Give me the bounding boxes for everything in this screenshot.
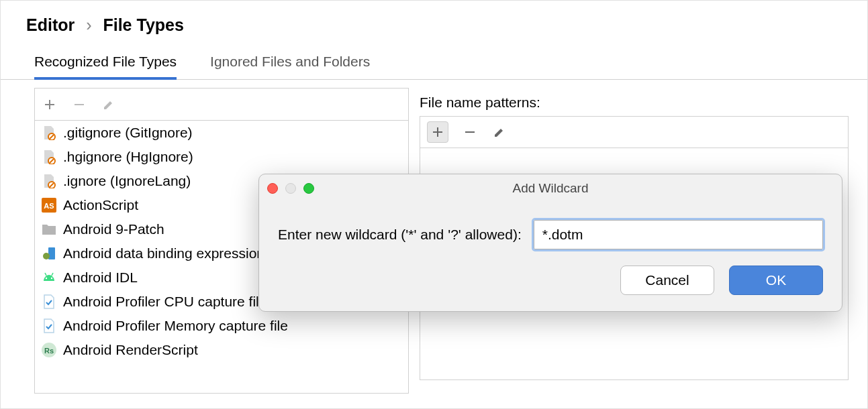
list-item[interactable]: .gitignore (GitIgnore) xyxy=(35,121,408,145)
add-pattern-button[interactable] xyxy=(427,121,448,143)
android-icon xyxy=(42,270,56,285)
file-type-label: Android RenderScript xyxy=(63,342,198,358)
file-type-label: Android data binding expression xyxy=(63,245,264,261)
patterns-toolbar xyxy=(420,116,849,148)
file-type-label: Android Profiler CPU capture file xyxy=(63,294,267,310)
renderscript-icon: Rs xyxy=(42,343,56,357)
window-controls xyxy=(267,183,314,194)
svg-point-10 xyxy=(43,253,50,259)
wildcard-input[interactable] xyxy=(534,220,823,249)
wildcard-prompt: Enter new wildcard ('*' and '?' allowed)… xyxy=(278,227,522,243)
cancel-button[interactable]: Cancel xyxy=(620,266,714,295)
list-item[interactable]: Rs Android RenderScript xyxy=(35,338,408,362)
file-type-label: Android IDL xyxy=(63,270,138,286)
breadcrumb: Editor › File Types xyxy=(1,1,867,47)
remove-pattern-button[interactable] xyxy=(462,124,478,140)
minus-icon xyxy=(73,99,85,111)
tab-ignored-files-folders[interactable]: Ignored Files and Folders xyxy=(210,47,370,79)
file-types-toolbar xyxy=(34,88,409,120)
add-wildcard-dialog: Add Wildcard Enter new wildcard ('*' and… xyxy=(258,174,842,312)
file-type-label: Android Profiler Memory capture file xyxy=(63,318,288,334)
minus-icon xyxy=(464,126,476,138)
edit-file-type-button[interactable] xyxy=(101,97,117,113)
file-ignore-icon xyxy=(42,174,56,188)
list-item[interactable]: Android Profiler Memory capture file xyxy=(35,314,408,338)
ok-button[interactable]: OK xyxy=(729,266,823,295)
close-window-button[interactable] xyxy=(267,183,278,194)
svg-line-13 xyxy=(45,273,46,276)
chevron-right-icon: › xyxy=(86,15,91,34)
file-ignore-icon xyxy=(42,150,56,164)
plus-icon xyxy=(432,126,444,138)
file-type-label: Android 9-Patch xyxy=(63,221,164,237)
folder-icon xyxy=(42,222,56,237)
svg-rect-9 xyxy=(48,247,55,259)
breadcrumb-parent[interactable]: Editor xyxy=(26,15,75,34)
svg-text:AS: AS xyxy=(44,202,54,210)
edit-pattern-button[interactable] xyxy=(491,124,508,140)
zoom-window-button[interactable] xyxy=(303,183,314,194)
add-file-type-button[interactable] xyxy=(42,97,58,113)
dialog-titlebar[interactable]: Add Wildcard xyxy=(259,174,842,202)
svg-text:Rs: Rs xyxy=(44,347,54,355)
list-item[interactable]: .hgignore (HgIgnore) xyxy=(35,145,408,169)
plus-icon xyxy=(44,99,56,111)
dialog-title: Add Wildcard xyxy=(259,181,842,196)
file-type-label: .hgignore (HgIgnore) xyxy=(63,149,193,165)
pencil-icon xyxy=(493,126,505,138)
file-type-label: ActionScript xyxy=(63,197,138,213)
pencil-icon xyxy=(103,99,115,111)
dialog-footer: Cancel OK xyxy=(259,266,842,311)
profiler-icon xyxy=(42,318,56,333)
file-type-label: .ignore (IgnoreLang) xyxy=(63,173,191,189)
tab-recognized-file-types[interactable]: Recognized File Types xyxy=(34,47,177,79)
svg-point-11 xyxy=(46,278,47,279)
profiler-icon xyxy=(42,294,56,309)
breadcrumb-current: File Types xyxy=(103,15,183,34)
file-ignore-icon xyxy=(42,125,56,140)
actionscript-icon: AS xyxy=(42,198,56,213)
tabs: Recognized File Types Ignored Files and … xyxy=(1,47,867,80)
remove-file-type-button[interactable] xyxy=(71,97,87,113)
svg-rect-0 xyxy=(75,104,84,105)
svg-line-14 xyxy=(52,273,53,276)
patterns-label: File name patterns: xyxy=(420,88,849,116)
minimize-window-button xyxy=(285,183,296,194)
file-type-label: .gitignore (GitIgnore) xyxy=(63,125,193,141)
dialog-body: Enter new wildcard ('*' and '?' allowed)… xyxy=(259,202,842,266)
svg-point-12 xyxy=(51,278,52,279)
svg-rect-17 xyxy=(465,131,475,133)
android-data-icon xyxy=(42,246,56,261)
